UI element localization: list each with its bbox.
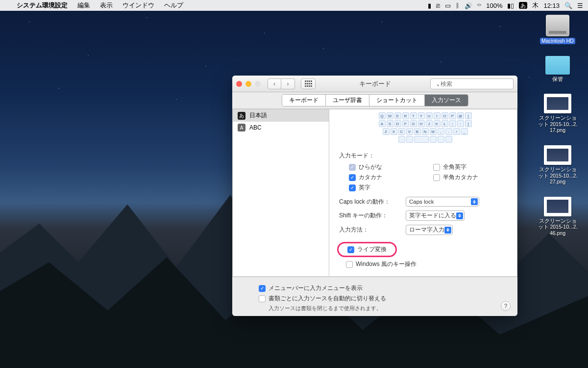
zoom-button[interactable] bbox=[255, 81, 261, 87]
display-icon[interactable]: ▭ bbox=[445, 2, 451, 9]
ime-icon[interactable]: あ bbox=[519, 2, 527, 9]
mode-eiji[interactable]: ✓英字 bbox=[349, 184, 416, 192]
show-input-menu[interactable]: ✓メニューバーに入力メニューを表示 bbox=[259, 284, 511, 292]
ime-abc-icon: A bbox=[238, 124, 245, 131]
airplay-icon[interactable]: ⎚ bbox=[436, 2, 440, 9]
close-button[interactable] bbox=[236, 81, 242, 87]
mode-katakana[interactable]: ✓カタカナ bbox=[349, 173, 416, 182]
input-source-list[interactable]: あ 日本語 A ABC ＋ − bbox=[232, 109, 329, 277]
auto-switch-source[interactable]: 書類ごとに入力ソースを自動的に切り替える bbox=[259, 294, 511, 303]
shift-select[interactable]: 英字モードに入る bbox=[406, 210, 465, 221]
tab-userdict[interactable]: ユーザ辞書 bbox=[326, 95, 369, 106]
mode-hiragana[interactable]: ✓ひらがな bbox=[349, 163, 416, 171]
disk-icon-macintosh-hd[interactable]: Macintosh HD bbox=[537, 15, 578, 44]
notification-icon[interactable]: ▮ bbox=[428, 2, 431, 9]
tab-shortcut[interactable]: ショートカット bbox=[369, 95, 425, 106]
screenshot-file-1[interactable]: スクリーンショット 2015-10...2.17.png bbox=[537, 94, 578, 133]
method-label: 入力方法： bbox=[339, 226, 403, 234]
list-icon[interactable]: ☰ bbox=[577, 2, 583, 9]
back-button[interactable]: ‹ bbox=[268, 79, 281, 89]
battery-percent[interactable]: 100% bbox=[486, 2, 502, 9]
input-mode-label: 入力モード： bbox=[339, 152, 511, 160]
forward-button[interactable]: › bbox=[281, 79, 295, 89]
footer-note: 入力ソースは書類を閉じるまで使用されます。 bbox=[269, 305, 511, 312]
mode-zenkaku[interactable]: 全角英字 bbox=[433, 163, 512, 171]
settings-panel: QWERTYUIOP@[ASDFGHJKL;:]ZXCVBNM,./_ 入力モー… bbox=[329, 109, 517, 277]
capslock-label: Caps lock の動作： bbox=[339, 198, 403, 206]
help-button[interactable]: ? bbox=[501, 301, 511, 311]
preferences-window: ‹ › キーボード キーボード ユーザ辞書 ショートカット 入力ソース あ 日本… bbox=[232, 76, 517, 316]
keyboard-preview: QWERTYUIOP@[ASDFGHJKL;:]ZXCVBNM,./_ bbox=[362, 112, 489, 144]
ime-ja-icon: あ bbox=[238, 112, 245, 120]
windows-keys-row[interactable]: Windows 風のキー操作 bbox=[346, 260, 511, 268]
source-japanese[interactable]: あ 日本語 bbox=[233, 109, 329, 122]
clock[interactable]: 12:13 bbox=[543, 2, 560, 9]
desktop-icons: Macintosh HD 保管 スクリーンショット 2015-10...2.17… bbox=[533, 15, 582, 237]
app-menu[interactable]: システム環境設定 bbox=[12, 0, 73, 11]
source-label: 日本語 bbox=[249, 111, 267, 120]
live-convert-highlight: ✓ ライブ変換 bbox=[337, 242, 397, 257]
show-all-button[interactable] bbox=[301, 79, 316, 89]
tab-inputsource[interactable]: 入力ソース bbox=[425, 95, 468, 106]
spotlight-icon[interactable]: 🔍 bbox=[564, 2, 572, 9]
window-title: キーボード bbox=[359, 79, 391, 88]
screenshot-file-2[interactable]: スクリーンショット 2015-10...2.27.png bbox=[537, 145, 578, 185]
tab-bar: キーボード ユーザ辞書 ショートカット 入力ソース bbox=[282, 94, 468, 106]
search-input[interactable] bbox=[430, 79, 514, 89]
battery-icon[interactable]: ▮▯ bbox=[507, 2, 514, 9]
volume-icon[interactable]: 🔊 bbox=[465, 2, 472, 9]
live-convert-label: ライブ変換 bbox=[357, 245, 387, 254]
menu-edit[interactable]: 編集 bbox=[73, 0, 95, 11]
tab-keyboard[interactable]: キーボード bbox=[282, 95, 326, 106]
titlebar[interactable]: ‹ › キーボード bbox=[232, 76, 517, 92]
menu-window[interactable]: ウインドウ bbox=[118, 0, 159, 11]
source-label: ABC bbox=[249, 124, 262, 131]
bluetooth-icon[interactable]: ᛒ bbox=[456, 2, 460, 9]
source-abc[interactable]: A ABC bbox=[233, 122, 329, 133]
wifi-icon[interactable]: ⌔ bbox=[477, 2, 481, 9]
menubar: システム環境設定 編集 表示 ウインドウ ヘルプ ▮ ⎚ ▭ ᛒ 🔊 ⌔ 100… bbox=[0, 0, 588, 11]
shift-label: Shift キーの動作： bbox=[339, 211, 403, 220]
folder-icon[interactable]: 保管 bbox=[537, 56, 578, 82]
menu-view[interactable]: 表示 bbox=[95, 0, 118, 11]
mode-hankata[interactable]: 半角カタカナ bbox=[433, 173, 512, 182]
screenshot-file-3[interactable]: スクリーンショット 2015-10...2.46.png bbox=[537, 197, 578, 237]
capslock-select[interactable]: Caps lock bbox=[406, 197, 479, 207]
method-select[interactable]: ローマ字入力 bbox=[406, 225, 453, 235]
window-footer: ✓メニューバーに入力メニューを表示 書類ごとに入力ソースを自動的に切り替える 入… bbox=[232, 277, 517, 316]
minimize-button[interactable] bbox=[245, 81, 251, 87]
menu-help[interactable]: ヘルプ bbox=[159, 0, 188, 11]
live-convert-checkbox[interactable]: ✓ bbox=[347, 246, 354, 253]
day-label[interactable]: 木 bbox=[532, 1, 539, 10]
